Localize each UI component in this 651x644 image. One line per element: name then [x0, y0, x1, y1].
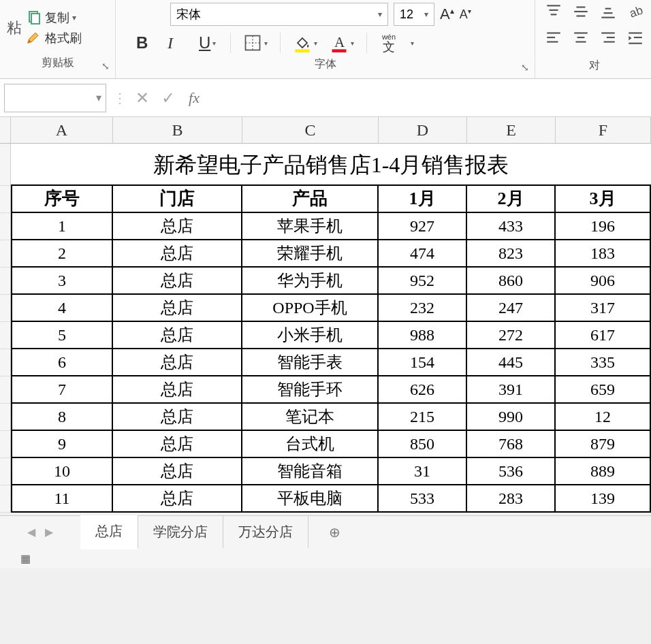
cell[interactable]: 华为手机 [242, 268, 379, 295]
italic-button[interactable]: I [168, 34, 187, 52]
indent-button[interactable] [626, 29, 644, 49]
cell[interactable]: 860 [467, 268, 556, 295]
row-header[interactable] [0, 213, 10, 240]
cell[interactable]: 232 [379, 295, 467, 322]
header-cell[interactable]: 门店 [113, 186, 242, 213]
grow-font-button[interactable]: A▴ [440, 5, 454, 23]
row-header[interactable] [0, 240, 10, 268]
font-name-combo[interactable]: 宋体 ▾ [170, 3, 388, 26]
cell[interactable]: 927 [379, 213, 467, 240]
column-header[interactable]: C [242, 117, 379, 143]
cell[interactable]: 659 [556, 376, 651, 404]
table-title[interactable]: 新希望电子产品销售店1-4月销售报表 [11, 144, 651, 186]
underline-button[interactable]: U▾ [199, 33, 218, 52]
cell[interactable]: 10 [11, 458, 113, 485]
sheet-tab[interactable]: 万达分店 [223, 516, 308, 548]
cell[interactable]: 335 [556, 349, 651, 376]
cell[interactable]: 苹果手机 [242, 213, 379, 240]
cell[interactable]: 139 [556, 485, 651, 513]
row-header[interactable] [0, 322, 10, 349]
cell[interactable]: 317 [556, 295, 651, 322]
cell[interactable]: 总店 [113, 240, 242, 268]
select-all-corner[interactable] [0, 117, 11, 143]
cell[interactable]: 6 [11, 349, 113, 376]
clipboard-launcher[interactable]: ⤡ [101, 61, 110, 71]
row-header[interactable] [0, 295, 10, 322]
cell[interactable]: 12 [556, 404, 651, 431]
row-header[interactable] [0, 404, 10, 431]
bold-button[interactable]: B [136, 33, 155, 52]
cell[interactable]: 247 [467, 295, 556, 322]
align-center-button[interactable] [572, 29, 590, 49]
cell[interactable]: 196 [556, 213, 651, 240]
cell[interactable]: 1 [11, 213, 113, 240]
cell[interactable]: 617 [556, 322, 651, 349]
font-launcher[interactable]: ⤡ [521, 62, 529, 73]
cell[interactable]: 879 [556, 431, 651, 458]
cell[interactable]: 8 [11, 404, 113, 431]
formula-input[interactable] [207, 84, 651, 112]
cell[interactable]: 台式机 [242, 431, 379, 458]
cell[interactable]: 906 [556, 268, 651, 295]
cell[interactable]: 荣耀手机 [242, 240, 379, 268]
tab-nav-next[interactable]: ▶ [45, 526, 53, 538]
add-sheet-button[interactable]: ⊕ [329, 524, 340, 541]
header-cell[interactable]: 产品 [242, 186, 379, 213]
format-painter-button[interactable]: 格式刷 [26, 30, 82, 46]
cell[interactable]: 3 [11, 268, 113, 295]
cell[interactable]: 智能音箱 [242, 458, 379, 485]
cell[interactable]: 2 [11, 240, 113, 268]
cell[interactable]: 总店 [113, 349, 242, 376]
shrink-font-button[interactable]: A▾ [460, 7, 471, 22]
column-header[interactable]: F [556, 117, 651, 143]
cell[interactable]: 总店 [113, 431, 242, 458]
tab-nav-prev[interactable]: ◀ [27, 526, 35, 538]
cell[interactable]: 总店 [113, 322, 242, 349]
insert-function-button[interactable]: fx [181, 89, 207, 107]
cell[interactable]: 445 [467, 349, 556, 376]
fill-color-button[interactable]: ▾ [293, 33, 317, 52]
font-size-combo[interactable]: 12 ▾ [394, 3, 434, 26]
align-top-button[interactable] [545, 3, 562, 23]
cell[interactable]: 总店 [113, 213, 242, 240]
row-header[interactable] [0, 144, 10, 186]
orientation-button[interactable]: ab [626, 3, 644, 23]
cell[interactable]: 总店 [113, 376, 242, 404]
column-header[interactable]: E [467, 117, 556, 143]
sheet-tab[interactable]: 学院分店 [138, 516, 223, 548]
cell[interactable]: 533 [379, 485, 467, 513]
formula-cancel-button[interactable]: ✕ [129, 88, 155, 108]
header-cell[interactable]: 序号 [11, 186, 113, 213]
row-header[interactable] [0, 349, 10, 376]
paste-button[interactable]: 粘 [7, 18, 22, 38]
header-cell[interactable]: 1月 [379, 186, 467, 213]
cell[interactable]: 768 [467, 431, 556, 458]
align-right-button[interactable] [599, 29, 617, 49]
row-header[interactable] [0, 431, 10, 458]
cell[interactable]: 889 [556, 458, 651, 485]
cell[interactable]: 823 [467, 240, 556, 268]
cell[interactable]: 笔记本 [242, 404, 379, 431]
cell[interactable]: 7 [11, 376, 113, 404]
copy-button[interactable]: 复制 ▾ [26, 10, 82, 26]
row-header[interactable] [0, 376, 10, 404]
cell[interactable]: 平板电脑 [242, 485, 379, 513]
cell[interactable]: 626 [379, 376, 467, 404]
cell[interactable]: 智能手环 [242, 376, 379, 404]
cell[interactable]: OPPO手机 [242, 295, 379, 322]
header-cell[interactable]: 3月 [556, 186, 651, 213]
row-header[interactable] [0, 458, 10, 485]
row-header[interactable] [0, 268, 10, 295]
cell[interactable]: 总店 [113, 485, 242, 513]
cell[interactable]: 474 [379, 240, 467, 268]
cell[interactable]: 4 [11, 295, 113, 322]
align-bottom-button[interactable] [599, 3, 617, 23]
column-header[interactable]: B [113, 117, 242, 143]
cell[interactable]: 小米手机 [242, 322, 379, 349]
cell[interactable]: 11 [11, 485, 113, 513]
cell[interactable]: 283 [467, 485, 556, 513]
phonetic-button[interactable]: wén 文 [379, 33, 398, 53]
cell[interactable]: 988 [379, 322, 467, 349]
cell[interactable]: 总店 [113, 268, 242, 295]
formula-enter-button[interactable]: ✓ [155, 88, 181, 108]
